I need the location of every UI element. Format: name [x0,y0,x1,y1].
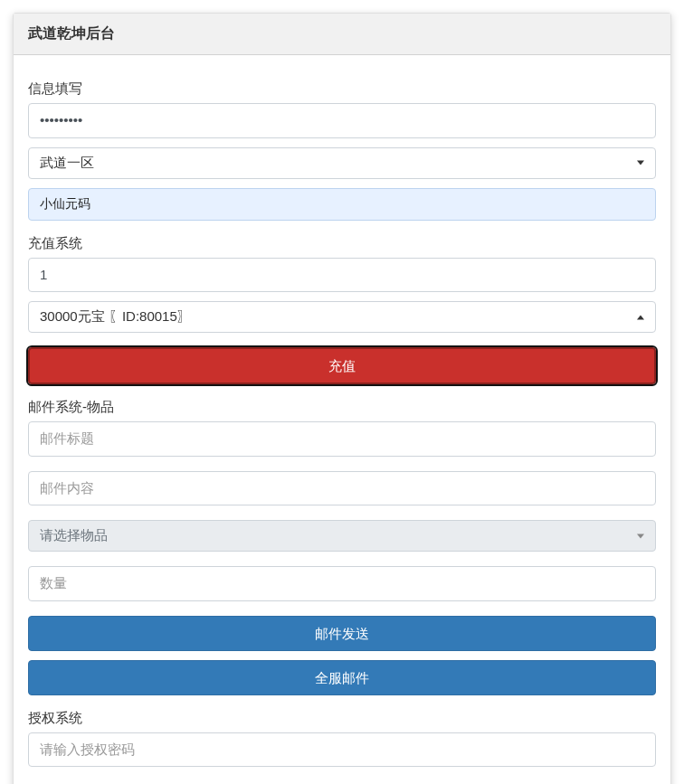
mail-title-input[interactable] [28,421,656,457]
mail-item-group: 请选择物品 [28,520,656,552]
recharge-item-value: 30000元宝 〖ID:80015〗 [40,308,191,324]
server-select-group: 武道一区 [28,147,656,179]
caret-down-icon [637,534,644,538]
password-input[interactable] [28,103,656,138]
recharge-button[interactable]: 充值 [28,347,656,384]
role-selected-value: 小仙元码 [40,196,90,211]
mail-send-button[interactable]: 邮件发送 [28,616,656,651]
card-body: 信息填写 武道一区 小仙元码 充值系统 30000元宝 〖ID:80015〗 充… [14,55,670,784]
auth-password-input[interactable] [28,732,656,768]
server-select[interactable]: 武道一区 [28,147,656,179]
admin-card: 武道乾坤后台 信息填写 武道一区 小仙元码 充值系统 30000元宝 〖ID:8… [13,13,671,784]
server-select-value: 武道一区 [40,155,94,170]
info-section: 信息填写 [28,80,656,138]
mail-qty-input[interactable] [28,566,656,601]
mail-item-placeholder: 请选择物品 [40,527,108,543]
mail-section: 邮件系统-物品 [28,399,656,457]
card-title: 武道乾坤后台 [28,25,115,41]
recharge-item-group: 30000元宝 〖ID:80015〗 [28,301,656,333]
caret-down-icon [637,161,644,165]
info-label: 信息填写 [28,80,656,98]
mail-content-group [28,471,656,506]
auth-label: 授权系统 [28,710,656,727]
auth-section: 授权系统 [28,710,656,768]
mail-broadcast-button[interactable]: 全服邮件 [28,660,656,695]
recharge-button-group: 充值 [28,347,656,384]
mail-broadcast-group: 全服邮件 [28,660,656,695]
mail-label: 邮件系统-物品 [28,399,656,416]
caret-up-icon [637,315,644,319]
role-selected-box[interactable]: 小仙元码 [28,188,656,221]
mail-content-input[interactable] [28,471,656,506]
recharge-label: 充值系统 [28,235,656,252]
recharge-item-select[interactable]: 30000元宝 〖ID:80015〗 [28,301,656,333]
mail-item-select[interactable]: 请选择物品 [28,520,656,552]
recharge-section: 充值系统 [28,235,656,293]
recharge-amount-input[interactable] [28,258,656,293]
card-header: 武道乾坤后台 [14,14,670,55]
mail-send-group: 邮件发送 [28,616,656,651]
mail-qty-group [28,566,656,601]
